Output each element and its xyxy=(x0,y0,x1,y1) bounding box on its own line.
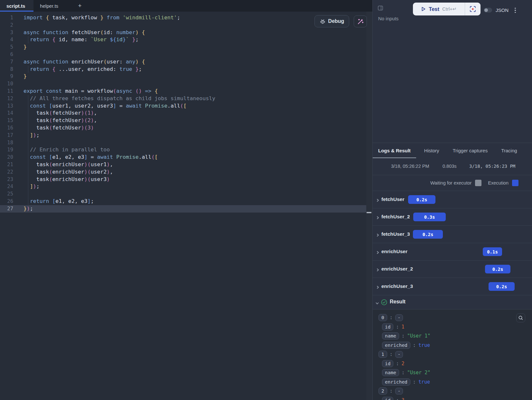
code-line[interactable]: 16 task(fetchUser)(3) xyxy=(0,124,372,132)
json-key-chip[interactable]: 2 xyxy=(378,387,387,395)
code-line[interactable]: 24 ]); xyxy=(0,183,372,190)
json-key-chip[interactable]: id xyxy=(382,397,393,400)
editor-tab-helper.ts[interactable]: helper.ts xyxy=(33,0,67,12)
code-line[interactable]: 8 return { ...user, enriched: true }; xyxy=(0,66,372,73)
job-row-fetchUser_2[interactable]: fetchUser_20.3s xyxy=(373,208,532,226)
json-colon: : xyxy=(413,379,416,385)
job-duration-badge[interactable]: 0.2s xyxy=(485,265,510,273)
code-line[interactable]: 25 xyxy=(0,190,372,198)
capture-run-button[interactable] xyxy=(465,3,481,15)
json-colon: : xyxy=(390,388,393,394)
indent-guide xyxy=(28,95,28,102)
code-line[interactable]: 7async function enrichUser(user: any) { xyxy=(0,58,372,66)
collapse-toggle-chip[interactable]: - xyxy=(395,388,403,395)
code-line[interactable]: 4 return { id, name: `User ${id}` }; xyxy=(0,36,372,43)
code-area[interactable]: 1import { task, workflow } from 'windmil… xyxy=(0,12,372,400)
json-key-chip[interactable]: id xyxy=(382,360,393,367)
json-colon: : xyxy=(402,333,405,339)
code-line[interactable]: 10 xyxy=(0,80,372,88)
line-number: 19 xyxy=(0,146,13,154)
json-colon: : xyxy=(396,361,399,367)
code-line[interactable]: 13 const [user1, user2, user3] = await P… xyxy=(0,102,372,110)
test-shortcut: Ctrl+↵ xyxy=(442,6,457,12)
collapse-toggle-chip[interactable]: - xyxy=(395,314,403,321)
json-colon: : xyxy=(402,370,405,376)
code-line[interactable]: 18 xyxy=(0,139,372,147)
json-key-chip[interactable]: name xyxy=(382,332,399,339)
code-line[interactable]: 26 return [e1, e2, e3]; xyxy=(0,198,372,205)
json-toggle[interactable] xyxy=(484,8,492,13)
indent-guide xyxy=(28,161,28,168)
result-header[interactable]: Result xyxy=(373,295,532,310)
line-number: 25 xyxy=(0,190,13,198)
logs-tab-tracing[interactable]: Tracing xyxy=(501,148,517,153)
job-row-enrichUser[interactable]: enrichUser0.1s xyxy=(373,243,532,261)
code-line[interactable]: 27}); xyxy=(0,205,372,213)
logs-tab-logs-result[interactable]: Logs & Result xyxy=(378,148,411,153)
json-key-chip[interactable]: id xyxy=(382,323,393,330)
job-duration-badge[interactable]: 0.1s xyxy=(483,247,502,256)
result-entry: 0:- xyxy=(373,313,532,322)
result-entry: id:3 xyxy=(373,396,532,400)
job-row-fetchUser_3[interactable]: fetchUser_30.2s xyxy=(373,226,532,243)
line-number: 14 xyxy=(0,110,13,117)
code-line[interactable]: 6 xyxy=(0,51,372,58)
json-value: 3 xyxy=(402,397,405,400)
test-button[interactable]: Test Ctrl+↵ xyxy=(413,3,465,15)
code-line[interactable]: 11export const main = workflow(async () … xyxy=(0,88,372,95)
json-key-chip[interactable]: name xyxy=(382,369,399,376)
indent-guide xyxy=(28,183,28,190)
toggle-panel-icon[interactable] xyxy=(378,5,383,12)
result-entry: enriched:true xyxy=(373,377,532,387)
code-line[interactable]: 5} xyxy=(0,43,372,51)
job-duration-badge[interactable]: 0.3s xyxy=(413,213,446,221)
code-line[interactable]: 3async function fetchUser(id: number) { xyxy=(0,29,372,36)
code-line[interactable]: 20 const [e1, e2, e3] = await Promise.al… xyxy=(0,154,372,161)
editor-tab-script.ts[interactable]: script.ts xyxy=(0,0,33,12)
code-line[interactable]: 23 task(enrichUser)(user3) xyxy=(0,176,372,183)
json-key-chip[interactable]: enriched xyxy=(382,378,410,386)
ai-assistant-button[interactable] xyxy=(354,15,367,27)
code-line[interactable]: 21 task(enrichUser)(user1), xyxy=(0,161,372,168)
job-row-fetchUser[interactable]: fetchUser0.2s xyxy=(373,191,532,208)
more-options-kebab-icon[interactable] xyxy=(512,6,518,14)
result-entry: 1:- xyxy=(373,350,532,359)
json-value: true xyxy=(418,342,430,348)
timeline-legend: Waiting for executorExecution xyxy=(373,175,532,191)
chevron-down-icon xyxy=(375,301,379,307)
job-duration-badge[interactable]: 0.2s xyxy=(408,195,435,204)
result-search-button[interactable] xyxy=(516,313,525,322)
code-line[interactable]: 19 // Enrich in parallel too xyxy=(0,146,372,154)
indent-guide xyxy=(28,168,28,176)
collapse-toggle-chip[interactable]: - xyxy=(395,351,403,358)
run-started-at: 3/18, 05:26:22 PM xyxy=(391,164,429,169)
job-duration-badge[interactable]: 0.2s xyxy=(489,282,515,291)
logs-tab-trigger-captures[interactable]: Trigger captures xyxy=(453,148,488,153)
json-key-chip[interactable]: enriched xyxy=(382,342,410,349)
magic-wand-icon xyxy=(357,18,364,25)
chevron-right-icon xyxy=(376,233,380,238)
job-row-enrichUser_3[interactable]: enrichUser_30.2s xyxy=(373,278,532,295)
code-line[interactable]: 22 task(enrichUser)(user2), xyxy=(0,168,372,176)
line-number: 15 xyxy=(0,117,13,124)
indent-guide xyxy=(28,176,28,183)
code-line[interactable]: 9} xyxy=(0,73,372,80)
job-timeline-list: fetchUser0.2sfetchUser_20.3sfetchUser_30… xyxy=(373,191,532,295)
code-line[interactable]: 14 task(fetchUser)(1), xyxy=(0,110,372,117)
line-number: 23 xyxy=(0,176,13,183)
json-key-chip[interactable]: 1 xyxy=(378,351,387,358)
code-line[interactable]: 17 ]); xyxy=(0,132,372,139)
debug-button[interactable]: Debug xyxy=(314,15,349,27)
code-line[interactable]: 12 // All three fetches dispatch as chil… xyxy=(0,95,372,102)
result-entry: enriched:true xyxy=(373,341,532,350)
code-line[interactable]: 15 task(fetchUser)(2), xyxy=(0,117,372,124)
result-json-viewer: 0:-id:1name:"User 1"enriched:true1:-id:2… xyxy=(373,310,532,400)
job-duration-badge[interactable]: 0.2s xyxy=(413,230,443,239)
editor-tabbar: script.tshelper.ts+ xyxy=(0,0,372,12)
new-tab-button[interactable]: + xyxy=(74,0,85,12)
job-row-enrichUser_2[interactable]: enrichUser_20.2s xyxy=(373,261,532,278)
logs-tab-history[interactable]: History xyxy=(424,148,439,153)
chevron-right-icon xyxy=(376,250,380,256)
editor-overview-ruler[interactable] xyxy=(366,12,372,400)
json-key-chip[interactable]: 0 xyxy=(378,314,387,321)
